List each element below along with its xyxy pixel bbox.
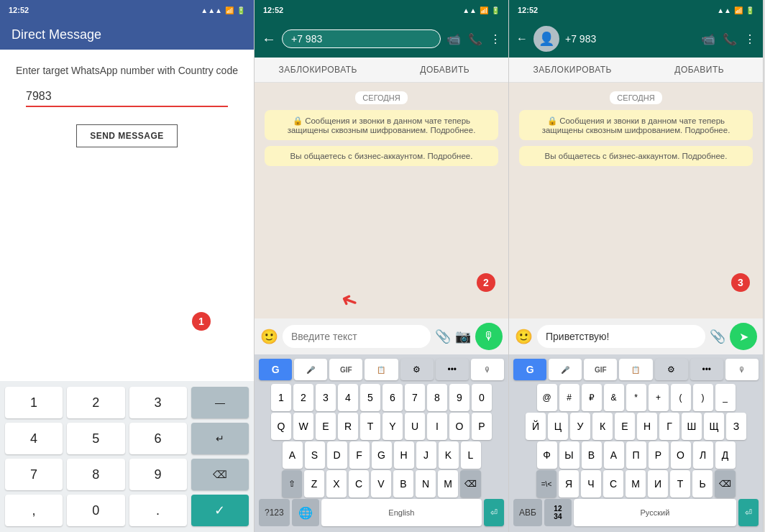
kb-ru-shift[interactable]: =\< xyxy=(536,470,556,497)
key-4[interactable]: 4 xyxy=(5,423,63,454)
kb-avb-btn-3[interactable]: АВБ xyxy=(513,499,542,526)
kb-gear-btn-3[interactable]: ⚙ xyxy=(655,359,688,380)
kb-v[interactable]: V xyxy=(371,470,391,497)
phone-icon-3[interactable]: 📞 xyxy=(723,32,737,46)
kb-ru-o[interactable]: Щ xyxy=(704,413,724,440)
kb-key-6[interactable]: 6 xyxy=(382,384,403,411)
kb-ru-w[interactable]: Ц xyxy=(548,413,568,440)
kb-n[interactable]: N xyxy=(416,470,436,497)
kb-key-1[interactable]: 1 xyxy=(271,384,291,411)
kb-ru-a[interactable]: Ф xyxy=(537,441,557,469)
kb-ru-t[interactable]: Е xyxy=(615,413,635,440)
kb-i[interactable]: I xyxy=(427,413,447,440)
attachment-icon-2[interactable]: 📎 xyxy=(435,329,451,344)
kb-clipboard-btn[interactable]: 📋 xyxy=(365,359,398,380)
kb-symbols-btn-2[interactable]: ?123 xyxy=(259,499,290,526)
emoji-icon-3[interactable]: 🙂 xyxy=(515,328,533,345)
kb-ru-r[interactable]: К xyxy=(592,413,613,440)
kb-underscore[interactable]: _ xyxy=(715,384,736,411)
kb-d[interactable]: D xyxy=(327,441,347,469)
add-btn-2[interactable]: ДОБАВИТЬ xyxy=(382,58,509,82)
kb-star[interactable]: * xyxy=(626,384,646,411)
kb-ru-y[interactable]: Н xyxy=(637,413,657,440)
kb-hash[interactable]: # xyxy=(559,384,580,411)
kb-ru-m[interactable]: Ь xyxy=(692,470,713,497)
kb-del[interactable]: ⌫ xyxy=(460,470,481,497)
kb-key-2[interactable]: 2 xyxy=(293,384,313,411)
kb-key-4[interactable]: 4 xyxy=(338,384,358,411)
kb-key-7[interactable]: 7 xyxy=(405,384,425,411)
kb-mic-top-btn-3[interactable]: 🎤 xyxy=(549,359,582,380)
kb-ru-v[interactable]: М xyxy=(626,470,646,497)
kb-k[interactable]: K xyxy=(439,441,459,469)
kb-gear-btn[interactable]: ⚙ xyxy=(400,359,434,380)
kb-return-2[interactable]: ⏎ xyxy=(484,499,504,526)
kb-ru-j[interactable]: О xyxy=(671,441,691,469)
kb-key-5[interactable]: 5 xyxy=(360,384,380,411)
block-btn-3[interactable]: ЗАБЛОКИРОВАТЬ xyxy=(509,58,636,82)
key-3[interactable]: 3 xyxy=(129,387,187,418)
kb-more-btn[interactable]: ••• xyxy=(436,359,469,380)
kb-f[interactable]: F xyxy=(349,441,370,469)
kb-voice-btn[interactable]: 🎙 xyxy=(471,359,504,380)
kb-ru-f[interactable]: А xyxy=(604,441,624,469)
message-input-3[interactable] xyxy=(537,325,705,348)
key-1[interactable]: 1 xyxy=(5,387,63,418)
kb-g[interactable]: G xyxy=(372,441,392,469)
kb-globe-icon-2[interactable]: 🌐 xyxy=(292,499,319,526)
phone-input[interactable] xyxy=(26,90,112,103)
kb-key-3[interactable]: 3 xyxy=(316,384,336,411)
more-options-icon-3[interactable]: ⋮ xyxy=(744,32,756,46)
kb-google-btn-3[interactable]: G xyxy=(513,359,546,380)
phone-icon[interactable]: 📞 xyxy=(468,32,482,46)
kb-b[interactable]: B xyxy=(393,470,413,497)
kb-o[interactable]: O xyxy=(449,413,469,440)
kb-gif-btn[interactable]: GIF xyxy=(329,359,362,380)
kb-z[interactable]: Z xyxy=(304,470,324,497)
key-0[interactable]: 0 xyxy=(67,495,124,526)
kb-google-btn[interactable]: G xyxy=(259,359,292,380)
more-options-icon[interactable]: ⋮ xyxy=(490,32,501,46)
kb-key-9[interactable]: 9 xyxy=(449,384,469,411)
kb-key-0[interactable]: 0 xyxy=(472,384,492,411)
kb-rub[interactable]: ₽ xyxy=(582,384,602,411)
kb-m[interactable]: M xyxy=(438,470,458,497)
kb-ru-p[interactable]: З xyxy=(726,413,746,440)
send-btn-3[interactable]: ➤ xyxy=(730,323,757,350)
kb-lparen[interactable]: ( xyxy=(671,384,691,411)
add-btn-3[interactable]: ДОБАВИТЬ xyxy=(636,58,764,82)
kb-ru-n[interactable]: Т xyxy=(670,470,690,497)
kb-shift[interactable]: ⇧ xyxy=(282,470,302,497)
kb-a[interactable]: A xyxy=(283,441,303,469)
kb-ru-del[interactable]: ⌫ xyxy=(715,470,736,497)
message-input-2[interactable] xyxy=(283,325,431,348)
kb-ru-g[interactable]: П xyxy=(626,441,646,469)
kb-ru-i[interactable]: Ш xyxy=(682,413,702,440)
key-5[interactable]: 5 xyxy=(67,423,124,454)
kb-amp[interactable]: & xyxy=(604,384,624,411)
kb-ru-e[interactable]: У xyxy=(570,413,590,440)
kb-u[interactable]: U xyxy=(405,413,425,440)
emoji-icon-2[interactable]: 🙂 xyxy=(260,328,278,345)
kb-globe-icon-3[interactable]: 1234 xyxy=(544,499,572,526)
mic-btn-2[interactable]: 🎙 xyxy=(475,323,503,350)
send-message-button[interactable]: SEND MESSAGE xyxy=(76,124,178,147)
kb-ru-q[interactable]: Й xyxy=(526,413,546,440)
kb-ru-h[interactable]: Р xyxy=(649,441,669,469)
kb-ru-b[interactable]: И xyxy=(648,470,668,497)
kb-j[interactable]: J xyxy=(416,441,436,469)
kb-ru-d[interactable]: В xyxy=(582,441,602,469)
kb-gif-btn-3[interactable]: GIF xyxy=(584,359,617,380)
kb-at[interactable]: @ xyxy=(537,384,557,411)
kb-spacebar-2[interactable]: English xyxy=(321,499,482,526)
kb-key-8[interactable]: 8 xyxy=(427,384,447,411)
kb-voice-btn-3[interactable]: 🎙 xyxy=(725,359,759,380)
block-btn-2[interactable]: ЗАБЛОКИРОВАТЬ xyxy=(255,58,382,82)
attachment-icon-3[interactable]: 📎 xyxy=(710,329,725,344)
key-confirm[interactable]: ✓ xyxy=(191,495,249,526)
kb-ru-k[interactable]: Л xyxy=(693,441,713,469)
kb-ru-z[interactable]: Я xyxy=(559,470,579,497)
kb-w[interactable]: W xyxy=(293,413,313,440)
key-dash[interactable]: — xyxy=(191,387,249,418)
contact-chip-2[interactable]: +7 983 xyxy=(282,29,441,48)
